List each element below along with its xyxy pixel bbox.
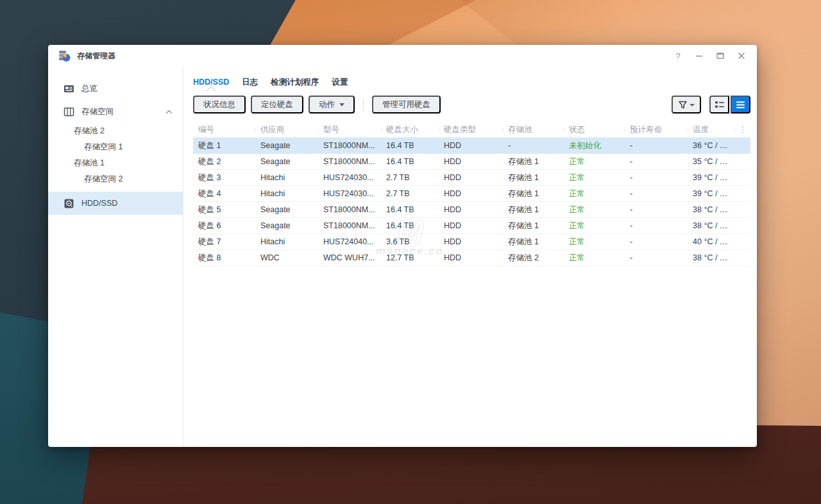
cell-vendor: Seagate (255, 141, 318, 150)
minimize-button[interactable] (694, 51, 704, 61)
table-row[interactable]: 硬盘 1 Seagate ST18000NM... 16.4 TB HDD - … (193, 138, 750, 154)
sidebar-item-pool2[interactable]: 存储池 2 (48, 123, 183, 139)
cell-temperature: 39 °C / 1... (688, 173, 735, 182)
cell-vendor: Seagate (255, 205, 318, 214)
cell-temperature: 38 °C / 1... (688, 205, 735, 214)
cell-pool: 存储池 1 (503, 221, 564, 231)
sidebar-item-hdd-ssd[interactable]: HDD/SSD (48, 192, 183, 215)
cell-lifespan: - (625, 141, 688, 150)
column-header[interactable]: 硬盘类型 (439, 124, 503, 135)
locate-drive-button[interactable]: 定位硬盘 (251, 96, 303, 113)
table-row[interactable]: 硬盘 8 WDC WDC WUH7... 12.7 TB HDD 存储池 2 正… (193, 250, 750, 266)
sidebar-item-volume2[interactable]: 存储空间 2 (48, 171, 183, 187)
toolbar-divider (363, 98, 364, 111)
table-row[interactable]: 硬盘 4 Hitachi HUS724030... 2.7 TB HDD 存储池… (193, 186, 750, 202)
column-header[interactable]: 硬盘大小 (381, 124, 439, 135)
cell-model: ST18000NM... (318, 141, 381, 150)
cell-lifespan: - (625, 253, 688, 262)
cell-lifespan: - (625, 189, 688, 198)
view-toggle (709, 96, 750, 113)
main-panel: HDD/SSD 日志 检测计划程序 设置 状况信息 定位硬盘 动作 管理可用硬盘 (183, 67, 757, 447)
cell-lifespan: - (625, 237, 688, 246)
detail-list-icon (715, 100, 725, 109)
tab-test-scheduler[interactable]: 检测计划程序 (271, 77, 319, 88)
cell-size: 16.4 TB (381, 205, 439, 214)
hdd-drive-icon (63, 198, 74, 209)
storage-manager-app-icon (57, 49, 71, 63)
tab-settings[interactable]: 设置 (332, 77, 348, 88)
cell-type: HDD (439, 237, 503, 246)
overview-icon (63, 83, 74, 94)
table-row[interactable]: 硬盘 7 Hitachi HUS724040... 3.6 TB HDD 存储池… (193, 234, 750, 250)
column-header[interactable]: 存储池 (503, 124, 564, 135)
toolbar: 状况信息 定位硬盘 动作 管理可用硬盘 (193, 96, 750, 113)
drive-table: 编号 供应商 型号 硬盘大小 硬盘类型 存储池 状态 预计寿命 温度 ⋮ 硬盘 … (193, 122, 750, 266)
cell-pool: - (503, 141, 564, 150)
cell-status: 正常 (564, 156, 625, 167)
table-row[interactable]: 硬盘 5 Seagate ST18000NM... 16.4 TB HDD 存储… (193, 202, 750, 218)
cell-status: 正常 (564, 189, 625, 199)
detail-view-button[interactable] (709, 96, 729, 113)
cell-size: 2.7 TB (381, 173, 439, 182)
cell-status: 正常 (564, 253, 625, 264)
sidebar-item-storage[interactable]: 存储空间 (48, 100, 183, 123)
maximize-button[interactable] (715, 51, 725, 61)
cell-lifespan: - (625, 173, 688, 182)
tab-bar: HDD/SSD 日志 检测计划程序 设置 (193, 74, 750, 90)
list-icon (736, 101, 745, 109)
sidebar-item-volume1[interactable]: 存储空间 1 (48, 139, 183, 155)
action-dropdown-button[interactable]: 动作 (309, 96, 355, 113)
cell-lifespan: - (625, 205, 688, 214)
sidebar-item-pool1[interactable]: 存储池 1 (48, 155, 183, 171)
cell-status: 正常 (564, 237, 625, 248)
cell-type: HDD (439, 205, 503, 214)
cell-size: 12.7 TB (381, 253, 439, 262)
tab-hdd-ssd[interactable]: HDD/SSD (193, 78, 229, 87)
tab-log[interactable]: 日志 (242, 77, 258, 88)
cell-vendor: Seagate (255, 221, 318, 230)
cell-vendor: Seagate (255, 157, 318, 166)
table-row[interactable]: 硬盘 6 Seagate ST18000NM... 16.4 TB HDD 存储… (193, 218, 750, 234)
cell-temperature: 38 °C / 1... (688, 253, 735, 262)
table-row[interactable]: 硬盘 2 Seagate ST18000NM... 16.4 TB HDD 存储… (193, 154, 750, 170)
cell-type: HDD (439, 141, 503, 150)
cell-status: 正常 (564, 172, 625, 183)
cell-status: 未初始化 (564, 140, 625, 151)
filter-funnel-icon (678, 100, 688, 110)
filter-button[interactable] (672, 96, 701, 113)
cell-temperature: 35 °C / 9... (688, 157, 735, 166)
collapse-caret-icon[interactable] (165, 107, 173, 116)
health-info-button[interactable]: 状况信息 (193, 96, 246, 113)
sidebar-item-overview[interactable]: 总览 (48, 77, 183, 100)
cell-lifespan: - (625, 221, 688, 230)
column-settings-icon[interactable]: ⋮ (735, 125, 750, 134)
close-button[interactable] (736, 51, 747, 61)
cell-number: 硬盘 5 (193, 205, 255, 215)
storage-manager-window: 存储管理器 ? (48, 45, 757, 447)
titlebar[interactable]: 存储管理器 ? (48, 45, 757, 67)
cell-size: 3.6 TB (381, 237, 439, 246)
column-header[interactable]: 状态 (564, 124, 625, 135)
column-header[interactable]: 型号 (318, 124, 381, 135)
column-header[interactable]: 编号 (193, 124, 255, 135)
table-row[interactable]: 硬盘 3 Hitachi HUS724030... 2.7 TB HDD 存储池… (193, 170, 750, 186)
column-header[interactable]: 预计寿命 (625, 124, 688, 135)
list-view-button[interactable] (731, 96, 750, 113)
cell-model: HUS724030... (318, 173, 381, 182)
active-tab-notch (206, 84, 216, 93)
cell-number: 硬盘 7 (193, 237, 255, 248)
action-label: 动作 (319, 99, 335, 110)
cell-number: 硬盘 6 (193, 221, 255, 231)
help-button[interactable]: ? (673, 51, 683, 61)
cell-number: 硬盘 2 (193, 156, 255, 167)
chevron-down-icon (690, 104, 695, 109)
cell-status: 正常 (564, 221, 625, 231)
cell-vendor: Hitachi (255, 173, 318, 182)
manage-available-drives-button[interactable]: 管理可用硬盘 (372, 96, 441, 113)
cell-model: WDC WUH7... (318, 253, 381, 262)
cell-pool: 存储池 2 (503, 253, 564, 264)
column-header[interactable]: 温度 (688, 124, 735, 135)
column-header[interactable]: 供应商 (255, 124, 318, 135)
cell-type: HDD (439, 253, 503, 262)
cell-number: 硬盘 1 (193, 140, 255, 151)
